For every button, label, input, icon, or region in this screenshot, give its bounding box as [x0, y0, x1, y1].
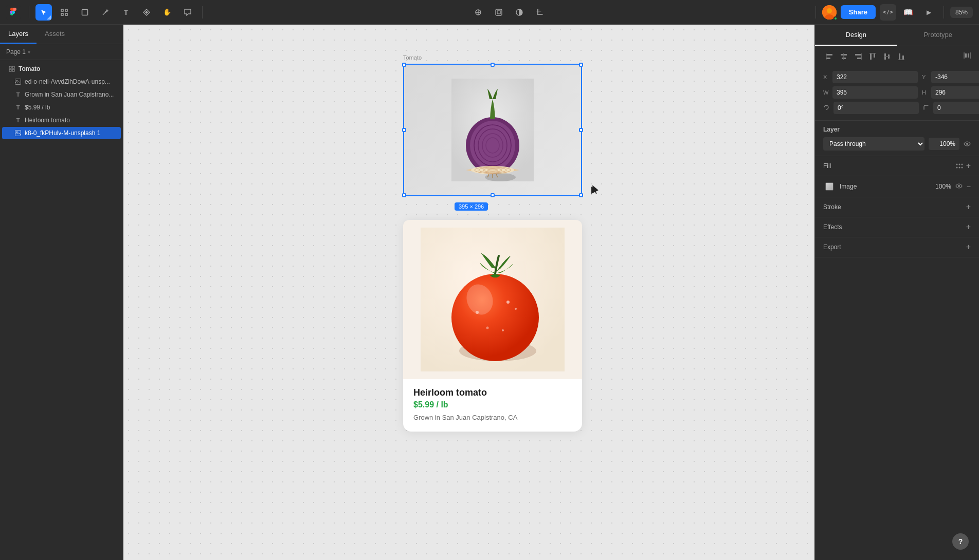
svg-point-20: [16, 132, 18, 133]
svg-point-11: [827, 8, 832, 13]
main-layout: Layers Assets Page 1 ▾ Tomato: [0, 25, 979, 560]
fill-swatch[interactable]: [823, 180, 836, 193]
text-icon-price: T: [14, 104, 22, 111]
export-section-header: Export +: [815, 237, 979, 257]
tab-layers[interactable]: Layers: [0, 25, 37, 44]
layer-text-heirloom[interactable]: T Heirloom tomato: [2, 114, 121, 126]
onion-image-frame[interactable]: [403, 64, 582, 196]
svg-point-23: [470, 121, 515, 170]
export-add-button[interactable]: +: [966, 242, 971, 252]
svg-rect-2: [61, 13, 63, 15]
w-label: W: [823, 89, 830, 96]
layer-section: Layer Pass through Normal Multiply Scree…: [815, 121, 979, 156]
svg-rect-54: [869, 53, 876, 54]
layer-text-price[interactable]: T $5.99 / lb: [2, 101, 121, 114]
align-bottom-button[interactable]: [895, 50, 908, 63]
svg-point-42: [476, 311, 479, 314]
position-section: X Y W H: [815, 65, 979, 121]
page-selector[interactable]: Page 1 ▾: [0, 44, 123, 60]
app-logo[interactable]: [6, 5, 21, 20]
corner-radius-input[interactable]: [933, 102, 979, 114]
help-button[interactable]: ?: [952, 533, 969, 550]
svg-rect-62: [970, 52, 971, 59]
layer-controls: Pass through Normal Multiply Screen Over…: [823, 137, 971, 151]
align-top-button[interactable]: [866, 50, 879, 63]
card-origin: Grown in San Juan Capistrano, CA: [413, 414, 572, 421]
plugins-button[interactable]: [491, 4, 507, 21]
rotation-field: [823, 102, 919, 114]
left-panel: Layers Assets Page 1 ▾ Tomato: [0, 25, 123, 560]
rotation-input[interactable]: [833, 102, 919, 114]
fill-visibility-button[interactable]: [955, 183, 963, 190]
assets-button[interactable]: [470, 4, 486, 21]
code-view-button[interactable]: </>: [880, 4, 896, 21]
align-left-button[interactable]: [823, 50, 836, 63]
y-label: Y: [922, 74, 929, 80]
svg-rect-0: [61, 9, 63, 11]
svg-point-33: [485, 173, 516, 181]
component-tool-button[interactable]: [138, 4, 155, 21]
tab-prototype[interactable]: Prototype: [897, 25, 980, 46]
svg-point-39: [515, 308, 517, 310]
fill-style-button[interactable]: [956, 161, 963, 171]
layer-tomato-group[interactable]: Tomato: [2, 63, 121, 75]
tab-design[interactable]: Design: [815, 25, 897, 46]
fill-add-button[interactable]: +: [966, 161, 971, 171]
opacity-input[interactable]: [929, 138, 959, 150]
align-center-h-button[interactable]: [838, 50, 850, 63]
present-button[interactable]: ▶: [921, 4, 937, 21]
fill-remove-button[interactable]: −: [967, 182, 971, 191]
pen-tool-button[interactable]: [97, 4, 114, 21]
hand-tool-button[interactable]: ✋: [159, 4, 175, 21]
y-input[interactable]: [931, 71, 979, 83]
distribute-menu-button[interactable]: [964, 52, 971, 61]
move-tool-button[interactable]: [35, 4, 52, 21]
effects-title: Effects: [823, 223, 842, 231]
text-icon-heirloom: T: [14, 117, 22, 124]
layer-image[interactable]: ed-o-neil-AvvdZlhDowA-unsp...: [2, 76, 121, 88]
svg-rect-59: [902, 55, 904, 60]
contrast-button[interactable]: [511, 4, 528, 21]
crop-button[interactable]: [532, 4, 548, 21]
card-title: Heirloom tomato: [413, 387, 572, 398]
card-image-area: [403, 220, 582, 379]
svg-point-72: [956, 167, 957, 169]
visibility-toggle[interactable]: [964, 140, 971, 148]
align-middle-button[interactable]: [881, 50, 893, 63]
user-avatar[interactable]: [822, 5, 837, 20]
blend-mode-select[interactable]: Pass through Normal Multiply Screen Over…: [823, 137, 924, 151]
layer-text-grown[interactable]: T Grown in San Juan Capistrano...: [2, 88, 121, 101]
stroke-section-header: Stroke +: [815, 197, 979, 217]
svg-rect-16: [12, 69, 14, 71]
svg-rect-6: [496, 9, 502, 15]
comment-tool-button[interactable]: [179, 4, 196, 21]
canvas-area[interactable]: Tomato: [123, 25, 814, 560]
svg-point-75: [958, 185, 960, 187]
library-button[interactable]: 📖: [900, 4, 917, 21]
fill-title: Fill: [823, 162, 831, 170]
stroke-add-button[interactable]: +: [966, 202, 971, 212]
effects-add-button[interactable]: +: [966, 222, 971, 232]
svg-rect-1: [65, 9, 67, 11]
tomato-card[interactable]: Heirloom tomato $5.99 / lb Grown in San …: [403, 220, 582, 432]
text-tool-button[interactable]: T: [118, 4, 134, 21]
w-input[interactable]: [832, 86, 918, 99]
share-button[interactable]: Share: [841, 5, 876, 19]
layer-image-onion-name: k8-0_fkPHulv-M-unsplash 1: [25, 129, 115, 137]
page-name: Page 1: [6, 48, 26, 55]
align-right-button[interactable]: [852, 50, 864, 63]
svg-point-36: [451, 274, 539, 361]
frame-tool-button[interactable]: [56, 4, 72, 21]
x-input[interactable]: [832, 71, 918, 83]
svg-point-68: [966, 143, 968, 145]
h-field: H: [922, 86, 979, 99]
svg-rect-43: [826, 54, 832, 55]
svg-rect-48: [843, 53, 844, 60]
tab-assets[interactable]: Assets: [37, 25, 73, 44]
shape-tool-button[interactable]: [77, 4, 93, 21]
fill-row: Image 100% −: [815, 176, 979, 197]
zoom-button[interactable]: 85%: [950, 7, 973, 18]
layer-image-onion[interactable]: k8-0_fkPHulv-M-unsplash 1: [2, 127, 121, 139]
h-input[interactable]: [931, 86, 979, 99]
svg-rect-7: [497, 11, 500, 14]
